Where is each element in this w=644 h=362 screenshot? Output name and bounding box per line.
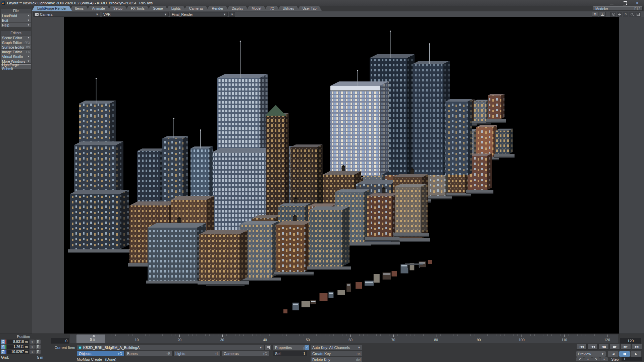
render-preset-dropdown[interactable]: Final_Render ▼ xyxy=(170,12,228,17)
tab-items[interactable]: Items xyxy=(70,6,89,11)
prev-keyframe-button[interactable]: •◀◀ xyxy=(587,344,598,350)
item-type-objects[interactable]: Objects+O xyxy=(77,351,124,356)
timeline-ruler[interactable]: 0 0102030405060708090100110120 xyxy=(70,335,618,343)
axis-chip-x[interactable]: X xyxy=(1,340,5,344)
axis-value-z[interactable]: 10.0297 m xyxy=(7,350,29,354)
current-item-dropdown[interactable]: KB3D_BRK_BldgSM_A_BuildingA ▼ xyxy=(77,345,264,350)
item-list-button[interactable] xyxy=(265,345,271,350)
tab-cameras[interactable]: Cameras xyxy=(184,6,209,11)
go-to-end-button[interactable]: ▶▶| xyxy=(632,344,642,350)
current-frame-input[interactable]: 0 xyxy=(51,338,69,344)
timeline-tick xyxy=(278,335,278,336)
item-type-cameras[interactable]: Cameras+C xyxy=(222,351,269,356)
axis-envelope-button[interactable]: E xyxy=(36,340,41,344)
axis-value-y[interactable]: -1.2611 m xyxy=(7,345,29,349)
viewport-options-dropdown[interactable]: ▼ xyxy=(229,12,235,17)
redo-button[interactable]: ↷ xyxy=(592,357,600,361)
timeline-tick xyxy=(312,335,312,336)
axis-value-x[interactable]: -8.9318 m xyxy=(7,340,29,344)
close-button[interactable]: × xyxy=(635,1,639,5)
timeline-tick xyxy=(389,335,389,336)
auto-key-checkbox[interactable]: ✓ xyxy=(305,345,309,350)
timeline-tick xyxy=(440,335,441,336)
next-keyframe-button[interactable]: ▶▶• xyxy=(621,344,631,350)
tab-model[interactable]: Model xyxy=(246,6,267,11)
timeline-tick xyxy=(513,335,514,336)
lightforge-submit-button[interactable]: LightForge Submit xyxy=(1,64,31,69)
sidebar-menu-help[interactable]: Help▼ xyxy=(1,23,31,27)
tab-user-tab[interactable]: User Tab xyxy=(297,6,322,11)
go-to-start-button[interactable]: |◀◀ xyxy=(576,344,587,350)
tab-setup[interactable]: Setup xyxy=(108,6,128,11)
pause-button[interactable]: ▮▮ xyxy=(619,351,630,357)
axis-mini-slider[interactable]: ◂▸ xyxy=(30,345,35,349)
timeline-tick xyxy=(231,335,231,336)
redo-options-button[interactable]: ▾ xyxy=(600,357,608,361)
viewport-save-button[interactable]: ↓ xyxy=(599,12,606,17)
axis-chip-y[interactable]: Y xyxy=(1,345,5,349)
prev-frame-button[interactable]: ◀▮▮ xyxy=(598,344,609,350)
delete-key-button[interactable]: Delete Key del xyxy=(311,357,362,362)
tab-scene[interactable]: Scene xyxy=(148,6,168,11)
axis-chip-z[interactable]: Z xyxy=(1,350,5,354)
preview-dropdown[interactable]: Preview ▼ xyxy=(576,351,606,357)
quad-view-button[interactable] xyxy=(635,12,641,17)
timeline-tick xyxy=(385,335,385,336)
sidebar-item-surface-editor[interactable]: Surface EditorF5 xyxy=(1,45,31,49)
tab-lightforge-render[interactable]: LightForge Render xyxy=(32,6,72,11)
timeline-tick-label: 80 xyxy=(434,338,438,342)
viewport-settings-button[interactable]: ⚙ xyxy=(592,12,598,17)
tab-utilities[interactable]: Utilities xyxy=(277,6,300,11)
play-forward-button[interactable]: ▶ xyxy=(631,351,641,357)
view-mode-dropdown[interactable]: Camera ▼ xyxy=(33,12,100,17)
properties-button[interactable]: Properties p xyxy=(273,345,307,350)
create-key-button[interactable]: Create Key ret xyxy=(311,351,362,356)
axis-envelope-button[interactable]: E xyxy=(36,345,41,349)
maximize-button[interactable] xyxy=(623,1,627,5)
minimize-button[interactable] xyxy=(610,1,614,5)
window-title: Layout™ NewTek LightWave 3D® 2020.0.2 (W… xyxy=(7,1,153,5)
timeline-tick-label: 30 xyxy=(220,338,224,342)
next-frame-button[interactable]: ▮▮▶ xyxy=(609,344,620,350)
end-frame-input[interactable]: 120 xyxy=(620,338,641,344)
item-type-bones[interactable]: Bones+B xyxy=(125,351,172,356)
axis-envelope-button[interactable]: E xyxy=(36,350,41,354)
play-reverse-button[interactable]: ◀ xyxy=(608,351,619,357)
sidebar-menu-load-add[interactable]: Load/Add▼ xyxy=(1,13,31,18)
tab-display[interactable]: Display xyxy=(226,6,249,11)
timeline-tick xyxy=(462,335,462,336)
tab-lights[interactable]: Lights xyxy=(166,6,186,11)
undo-button[interactable]: ↶ xyxy=(576,357,584,361)
modeler-button[interactable]: Modeler F12 xyxy=(593,6,643,11)
move-tool-button[interactable] xyxy=(617,12,623,17)
axis-mini-slider[interactable]: ◂▸ xyxy=(30,350,35,354)
auto-key-dropdown[interactable]: Auto Key: All Channels ▼ xyxy=(311,345,362,350)
sidebar-item-virtual-studio[interactable]: Virtual Studio▼ xyxy=(1,54,31,59)
timeline-tick xyxy=(286,335,287,336)
tab-render[interactable]: Render xyxy=(206,6,228,11)
timeline-slider[interactable]: 0 xyxy=(76,335,105,343)
tab-i-o[interactable]: I/O xyxy=(264,6,280,11)
tab-animate[interactable]: Animate xyxy=(87,6,110,11)
sidebar-item-graph-editor[interactable]: Graph Editor^F2 xyxy=(1,40,31,45)
pan-tool-button[interactable] xyxy=(611,12,617,17)
shading-mode-dropdown[interactable]: VPR ▼ xyxy=(102,12,169,17)
timeline-tick xyxy=(239,335,240,336)
sidebar-item-scene-editor[interactable]: Scene Editor▼ xyxy=(1,36,31,40)
gear-icon: ⚙ xyxy=(593,12,597,16)
zoom-tool-button[interactable] xyxy=(629,12,635,17)
tab-fx-tools[interactable]: FX Tools xyxy=(125,6,150,11)
timeline-tick xyxy=(235,335,235,336)
timeline-tick xyxy=(94,335,94,337)
position-axis-row-y: Y-1.2611 m◂▸E xyxy=(1,345,41,349)
sidebar-menu-edit[interactable]: Edit▼ xyxy=(1,18,31,22)
rotate-tool-button[interactable]: ↻ xyxy=(623,12,629,17)
undo-options-button[interactable]: ▾ xyxy=(584,357,592,361)
item-type-lights[interactable]: Lights+L xyxy=(173,351,221,356)
viewport-3d[interactable] xyxy=(64,17,619,334)
chevron-down-icon: ▼ xyxy=(27,60,30,63)
sidebar-item-image-editor[interactable]: Image EditorF6 xyxy=(1,50,31,54)
step-input[interactable]: 1 xyxy=(622,357,642,361)
axis-mini-slider[interactable]: ◂▸ xyxy=(30,340,35,344)
timeline-tick xyxy=(103,335,103,336)
